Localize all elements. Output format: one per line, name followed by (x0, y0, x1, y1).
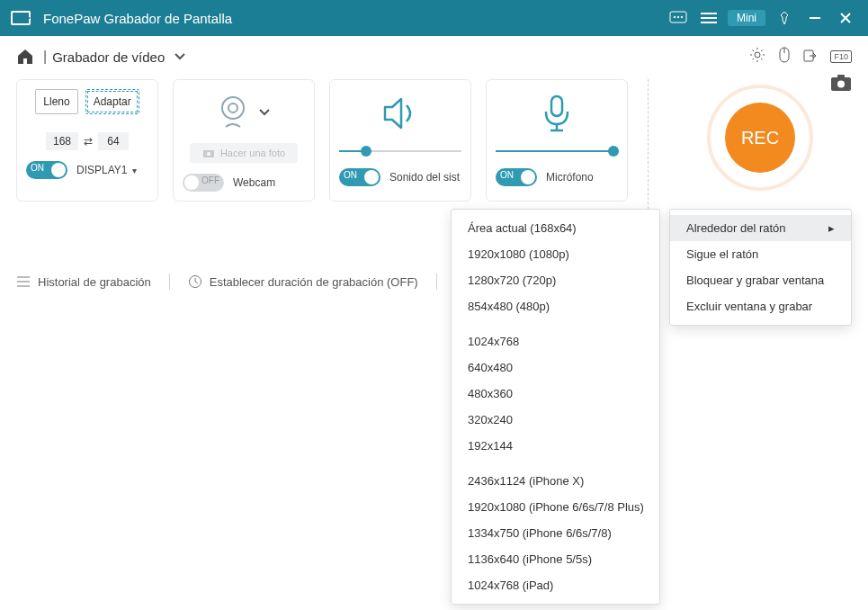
advanced-menu-item[interactable]: Bloquear y grabar ventana (670, 267, 851, 293)
home-icon[interactable] (16, 49, 34, 65)
screenshot-icon[interactable] (830, 74, 852, 95)
svg-point-17 (207, 151, 210, 155)
pin-icon[interactable] (773, 6, 796, 30)
record-button[interactable]: REC (707, 85, 813, 191)
recording-duration-label: Establecer duración de grabación (OFF) (210, 275, 418, 289)
footer-separator (436, 274, 437, 290)
system-sound-slider[interactable] (339, 145, 461, 157)
size-preset-item[interactable]: 1334x750 (iPhone 6/6s/7/8) (452, 520, 659, 546)
webcam-label: Webcam (233, 176, 275, 189)
webcam-chevron-down-icon[interactable] (258, 108, 271, 117)
system-sound-label: Sonido del sist (389, 171, 460, 184)
size-preset-item[interactable]: 1280x720 (720p) (452, 267, 659, 293)
minimize-icon[interactable] (803, 6, 827, 30)
size-preset-item[interactable]: Área actual (168x64) (452, 215, 659, 241)
microphone-label: Micrófono (546, 171, 594, 184)
display-label[interactable]: DISPLAY1 (76, 164, 127, 176)
svg-point-2 (677, 16, 679, 18)
size-preset-item[interactable]: 1136x640 (iPhone 5/5s) (452, 546, 659, 572)
system-sound-card: ON Sonido del sist (329, 79, 471, 202)
size-preset-item[interactable]: 1024x768 (iPad) (452, 572, 659, 598)
link-dimensions-icon[interactable]: ⇄ (84, 135, 93, 148)
list-icon (16, 275, 31, 288)
feedback-icon[interactable] (667, 6, 690, 30)
display-chevron-down-icon[interactable]: ▾ (132, 166, 137, 175)
camera-icon (202, 148, 215, 158)
hotkey-f10-icon[interactable]: F10 (830, 50, 852, 63)
mode-bar: | Grabador de vídeo F10 (0, 36, 868, 77)
footer-separator (169, 274, 170, 290)
size-presets-menu: Área actual (168x64) 1920x1080 (1080p) 1… (451, 209, 660, 605)
clock-icon (188, 274, 202, 289)
svg-rect-18 (551, 96, 562, 116)
menu-icon[interactable] (697, 6, 720, 30)
svg-point-3 (681, 16, 683, 18)
size-preset-item[interactable]: 1920x1080 (1080p) (452, 241, 659, 267)
webcam-toggle[interactable]: OFF (183, 174, 224, 192)
width-field[interactable]: 168 (46, 132, 78, 150)
size-preset-item[interactable]: 480x360 (452, 381, 659, 407)
size-preset-item[interactable]: 640x480 (452, 354, 659, 381)
app-logo-icon (11, 11, 31, 25)
svg-point-1 (674, 16, 676, 18)
svg-point-23 (837, 81, 845, 88)
titlebar: FonePaw Grabador de Pantalla Mini (0, 0, 868, 36)
full-screen-button[interactable]: Lleno (35, 89, 77, 114)
webcam-icon (217, 94, 249, 130)
mode-label[interactable]: Grabador de vídeo (52, 49, 165, 65)
settings-icon[interactable] (749, 47, 765, 67)
svg-point-15 (228, 103, 237, 112)
size-preset-item[interactable]: 854x480 (480p) (452, 293, 659, 319)
speaker-icon (380, 94, 421, 132)
webcam-card: Hacer una foto OFF Webcam (173, 79, 315, 202)
advanced-menu-item[interactable]: Alrededor del ratón ▸ (670, 215, 851, 241)
size-preset-item[interactable]: 320x240 (452, 407, 659, 433)
size-preset-item[interactable]: 1920x1080 (iPhone 6/6s/7/8 Plus) (452, 494, 659, 520)
advanced-menu-item[interactable]: Sigue el ratón (670, 241, 851, 267)
display-card: Lleno Adaptar 168 ⇄ 64 ON DISPLAY1 ▾ (16, 79, 158, 202)
mini-mode-button[interactable]: Mini (728, 10, 765, 26)
snapshot-label: Hacer una foto (220, 148, 285, 158)
snapshot-button[interactable]: Hacer una foto (190, 143, 298, 163)
svg-point-14 (222, 97, 244, 119)
close-icon[interactable] (834, 6, 857, 30)
mouse-icon[interactable] (778, 47, 791, 67)
display-toggle[interactable]: ON (26, 161, 67, 179)
microphone-slider[interactable] (496, 145, 618, 157)
height-field[interactable]: 64 (98, 132, 129, 150)
size-preset-item[interactable]: 192x144 (452, 433, 659, 459)
microphone-toggle[interactable]: ON (496, 168, 537, 186)
microphone-icon (541, 94, 572, 133)
advanced-menu-item[interactable]: Excluir ventana y grabar (670, 293, 851, 319)
submenu-arrow-icon: ▸ (828, 221, 835, 235)
divider: | (43, 49, 47, 65)
size-preset-item[interactable]: 2436x1124 (iPhone X) (452, 468, 659, 494)
svg-rect-22 (837, 75, 845, 78)
recording-history-button[interactable]: Historial de grabación (16, 275, 151, 289)
recording-duration-button[interactable]: Establecer duración de grabación (OFF) (188, 274, 418, 289)
size-preset-item[interactable]: 1024x768 (452, 328, 659, 354)
advanced-recorder-menu: Alrededor del ratón ▸ Sigue el ratón Blo… (669, 209, 852, 326)
system-sound-toggle[interactable]: ON (339, 168, 380, 186)
recording-history-label: Historial de grabación (38, 275, 151, 289)
mode-chevron-down-icon[interactable] (174, 52, 186, 61)
record-label: REC (741, 128, 779, 148)
export-icon[interactable] (803, 48, 818, 66)
app-title: FonePaw Grabador de Pantalla (43, 11, 232, 26)
svg-point-10 (755, 52, 760, 58)
microphone-card: ON Micrófono (486, 79, 628, 202)
adapt-region-button[interactable]: Adaptar (85, 89, 139, 114)
